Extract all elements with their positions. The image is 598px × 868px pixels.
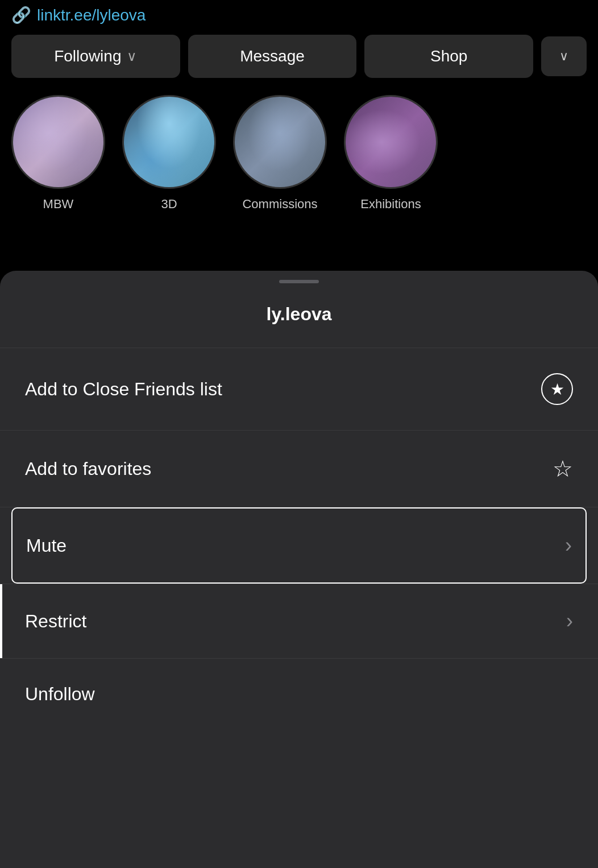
favorites-item[interactable]: Add to favorites ☆ [0, 431, 598, 507]
highlight-item-commissions[interactable]: Commissions [233, 95, 327, 212]
profile-link[interactable]: linktr.ee/lyleova [37, 6, 146, 24]
highlight-label-3d: 3D [161, 197, 177, 212]
chevron-down-icon: ∨ [559, 49, 568, 64]
star-filled-icon: ★ [550, 380, 564, 399]
sheet-username: ly.leova [0, 304, 598, 325]
highlight-image-commissions [235, 97, 325, 187]
restrict-border-indicator [0, 584, 2, 658]
highlight-circle-exhibitions [344, 95, 438, 189]
star-outline-icon: ☆ [553, 456, 573, 482]
following-button[interactable]: Following ∨ [11, 35, 180, 78]
message-button[interactable]: Message [188, 35, 357, 78]
unfollow-item[interactable]: Unfollow [0, 659, 598, 730]
highlight-item-exhibitions[interactable]: Exhibitions [344, 95, 438, 212]
profile-section: 🔗 linktr.ee/lyleova Following ∨ Message … [0, 0, 598, 223]
highlight-label-commissions: Commissions [242, 197, 317, 212]
sheet-handle [279, 280, 319, 283]
action-buttons-row: Following ∨ Message Shop ∨ [11, 35, 587, 78]
mute-item-inner[interactable]: Mute › [13, 509, 585, 582]
unfollow-label: Unfollow [25, 684, 95, 705]
restrict-chevron-icon: › [566, 609, 573, 633]
highlight-circle-mbw [11, 95, 105, 189]
link-icon: 🔗 [11, 6, 31, 24]
highlight-item-3d[interactable]: 3D [122, 95, 216, 212]
mute-label: Mute [26, 535, 67, 556]
restrict-item[interactable]: Restrict › [0, 584, 598, 658]
bottom-sheet: ly.leova Add to Close Friends list ★ Add… [0, 271, 598, 868]
link-row: 🔗 linktr.ee/lyleova [11, 6, 587, 24]
mute-chevron-icon: › [565, 534, 572, 557]
highlight-circle-3d [122, 95, 216, 189]
following-label: Following [54, 47, 121, 65]
highlight-label-mbw: MBW [43, 197, 74, 212]
highlight-image-exhibitions [346, 97, 436, 187]
highlight-item-mbw[interactable]: MBW [11, 95, 105, 212]
close-friends-item[interactable]: Add to Close Friends list ★ [0, 348, 598, 430]
close-friends-label: Add to Close Friends list [25, 379, 222, 400]
mute-item[interactable]: Mute › [11, 507, 587, 584]
more-options-button[interactable]: ∨ [541, 36, 587, 76]
shop-label: Shop [430, 47, 467, 65]
message-label: Message [240, 47, 305, 65]
highlight-image-mbw [13, 97, 103, 187]
close-friends-icon: ★ [541, 373, 573, 405]
favorites-label: Add to favorites [25, 458, 151, 480]
highlight-circle-commissions [233, 95, 327, 189]
restrict-label: Restrict [25, 611, 86, 632]
highlights-row: MBW 3D Commissions Exhibitions [11, 95, 587, 223]
highlight-label-exhibitions: Exhibitions [360, 197, 421, 212]
shop-button[interactable]: Shop [364, 35, 533, 78]
highlight-image-3d [124, 97, 214, 187]
following-chevron-icon: ∨ [127, 48, 137, 64]
